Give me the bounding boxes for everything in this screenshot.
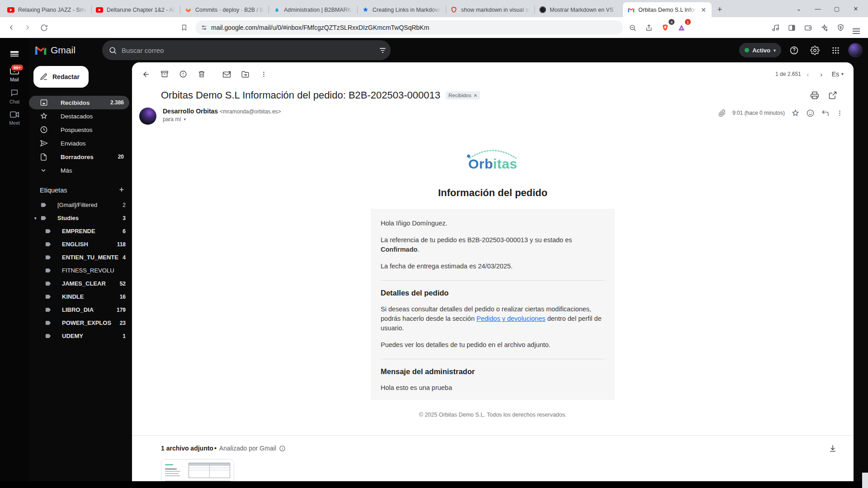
message-more-icon[interactable] — [836, 109, 844, 117]
label-item[interactable]: FITNESS_REVOLU — [29, 264, 132, 277]
leo-ai-icon[interactable] — [817, 21, 831, 34]
share-icon[interactable] — [642, 21, 656, 34]
profile-avatar[interactable] — [848, 43, 863, 57]
extension-icon[interactable]: 1 — [675, 21, 688, 34]
orbitas-logo: Orbitas — [371, 147, 615, 172]
more-options-icon[interactable] — [255, 66, 272, 83]
inbox-icon — [40, 99, 49, 107]
report-spam-icon[interactable] — [175, 66, 192, 83]
inbox-label-chip[interactable]: Recibidos ✕ — [446, 91, 480, 99]
browser-menu-icon[interactable] — [850, 21, 863, 34]
label-name: LIBRO_DIA — [62, 306, 94, 313]
label-item-expandable[interactable]: ▾ Studies 3 — [29, 211, 132, 225]
expand-arrow-icon[interactable]: ▾ — [34, 216, 39, 221]
sender-email: <mramonda@orbitas.es> — [220, 108, 281, 115]
sidebar-item-starred[interactable]: Destacados — [29, 109, 129, 123]
sender-avatar[interactable] — [139, 108, 156, 125]
sidebar-item-sent[interactable]: Enviados — [29, 136, 129, 150]
sidebar-item-more[interactable]: Más — [29, 164, 129, 177]
tab-label: Relaxing Piano JAZZ - Smooth — [18, 7, 87, 13]
close-window-button[interactable]: ✕ — [846, 0, 865, 17]
input-tools-button[interactable]: Es ▼ — [832, 70, 844, 78]
info-icon[interactable] — [279, 445, 286, 452]
zoom-out-icon[interactable] — [626, 21, 639, 34]
compose-button[interactable]: Redactar — [33, 66, 89, 88]
orders-returns-link[interactable]: Pedidos y devoluciones — [476, 315, 545, 322]
bookmark-icon[interactable] — [177, 21, 191, 34]
droplet-icon — [273, 6, 280, 14]
label-count: 16 — [120, 294, 126, 300]
label-item[interactable]: LIBRO_DIA 179 — [29, 303, 132, 316]
archive-icon[interactable] — [156, 66, 173, 83]
status-selector[interactable]: Activo ▾ — [739, 43, 781, 57]
label-item[interactable]: POWER_EXPLOS 23 — [29, 316, 132, 329]
recipient-row[interactable]: para mí ▼ — [163, 116, 281, 122]
browser-tab[interactable]: show markdown in visual stud — [446, 2, 534, 17]
browser-tab[interactable]: Deltarune Chapter 1&2 - All B — [91, 2, 180, 17]
sidebar-item-label: Recibidos — [61, 99, 90, 106]
sidebar-item-inbox[interactable]: Recibidos 2.386 — [29, 96, 129, 109]
label-item[interactable]: EMPRENDE 6 — [29, 225, 132, 238]
help-icon[interactable] — [786, 42, 802, 58]
open-in-new-icon[interactable] — [828, 91, 837, 100]
label-item[interactable]: KINDLE 16 — [29, 290, 132, 303]
wallet-icon[interactable] — [801, 21, 815, 34]
older-email-icon[interactable]: › — [815, 67, 828, 81]
tab-close-icon[interactable]: ✕ — [700, 6, 707, 14]
media-icon[interactable] — [769, 21, 782, 34]
star-icon[interactable] — [791, 109, 800, 117]
rail-item-meet[interactable]: Meet — [9, 111, 19, 126]
browser-tab[interactable]: Mostrar Markdown en VS — [534, 2, 623, 17]
site-settings-icon[interactable] — [201, 24, 208, 31]
rail-item-mail[interactable]: 99+ Mail — [9, 67, 19, 82]
reply-icon[interactable] — [821, 109, 830, 117]
move-to-icon[interactable] — [236, 66, 254, 83]
search-input[interactable] — [122, 47, 374, 54]
mark-unread-icon[interactable] — [218, 66, 235, 83]
search-filters-icon[interactable] — [378, 46, 387, 55]
url-input[interactable] — [211, 24, 618, 31]
add-label-icon[interactable]: + — [119, 185, 124, 195]
back-icon[interactable] — [5, 21, 18, 34]
minimize-button[interactable]: — — [808, 0, 827, 17]
sidebar-toggle-icon[interactable] — [785, 21, 798, 34]
emoji-reaction-icon[interactable] — [806, 109, 815, 117]
browser-tab[interactable]: Relaxing Piano JAZZ - Smooth — [3, 2, 91, 17]
browser-tab[interactable]: Administration | B2BMARKET 2 — [269, 2, 357, 17]
search-icon[interactable] — [108, 46, 117, 55]
newer-email-icon[interactable]: ‹ — [801, 67, 815, 81]
sidebar-item-snoozed[interactable]: Pospuestos — [29, 123, 129, 136]
vpn-shield-icon[interactable] — [834, 21, 847, 34]
settings-gear-icon[interactable] — [807, 42, 823, 58]
label-item[interactable]: JAMES_CLEAR 52 — [29, 277, 132, 290]
back-to-inbox-icon[interactable] — [137, 66, 155, 83]
order-info-box: Hola Iñigo Domínguez. La referencia de t… — [371, 209, 615, 400]
new-tab-button[interactable]: + — [713, 3, 726, 16]
label-item[interactable]: [Gmail]/Filtered 2 — [29, 198, 132, 211]
remove-label-icon[interactable]: ✕ — [474, 93, 477, 98]
apps-grid-icon[interactable] — [827, 42, 844, 58]
scrollbar-corner[interactable] — [862, 473, 868, 488]
browser-tab-active[interactable]: Orbitas Demo S.L Informa ✕ — [623, 2, 712, 17]
label-name: ENGLISH — [62, 241, 88, 248]
forward-icon[interactable] — [21, 21, 34, 34]
reload-icon[interactable] — [37, 21, 51, 34]
delete-icon[interactable] — [193, 66, 210, 83]
browser-tab[interactable]: Commits · deploy · B2B / B2B_ — [180, 2, 269, 17]
download-all-icon[interactable] — [828, 444, 837, 453]
rail-item-chat[interactable]: Chat — [9, 89, 19, 104]
browser-tab[interactable]: Creating Links in Markdown - — [357, 2, 446, 17]
tab-label: Mostrar Markdown en VS — [550, 7, 618, 13]
label-item[interactable]: UDEMY 1 — [29, 329, 132, 343]
brave-shield-icon[interactable]: 4 — [658, 21, 672, 34]
print-icon[interactable] — [810, 91, 819, 100]
sidebar-item-drafts[interactable]: Borradores 20 — [29, 150, 129, 164]
gmail-logo[interactable]: Gmail — [34, 45, 102, 56]
main-menu-icon[interactable] — [5, 42, 24, 61]
label-item[interactable]: ENTIEN_TU_MENTE 4 — [29, 251, 132, 264]
maximize-button[interactable]: ▢ — [827, 0, 846, 17]
tab-search-icon[interactable]: ⌄ — [789, 0, 808, 17]
sidebar-item-count: 20 — [118, 154, 124, 160]
label-item[interactable]: ENGLISH 118 — [29, 238, 132, 251]
admin-message-text: Hola esto es una prueba — [381, 383, 605, 393]
